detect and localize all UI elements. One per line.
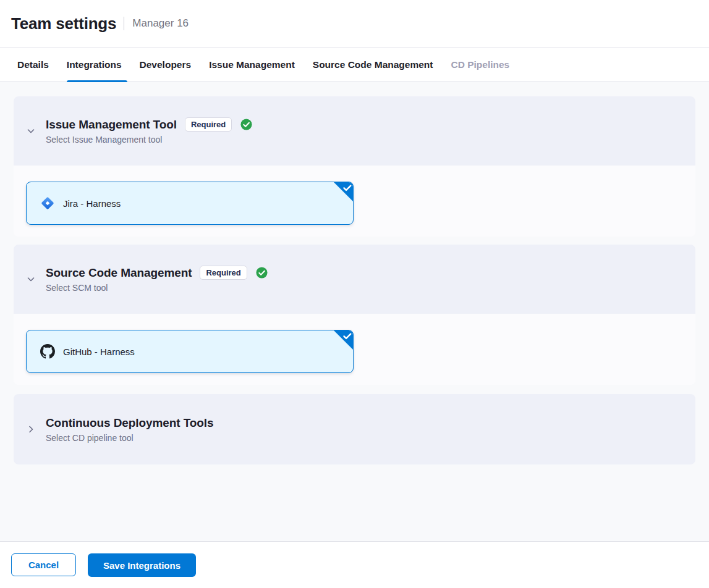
issue-management-section: Issue Management Tool Required Select Is…: [14, 96, 695, 237]
cd-tools-section-header[interactable]: Continuous Deployment Tools Select CD pi…: [14, 394, 695, 464]
github-icon: [40, 344, 55, 359]
save-integrations-button[interactable]: Save Integrations: [88, 553, 196, 577]
integrations-panel: Issue Management Tool Required Select Is…: [0, 82, 709, 541]
section-subtitle: Select SCM tool: [46, 283, 268, 293]
cancel-button[interactable]: Cancel: [11, 553, 76, 576]
required-badge: Required: [200, 266, 247, 280]
source-code-management-section-header[interactable]: Source Code Management Required Select S…: [14, 245, 695, 314]
team-settings-page: Team settings Manager 16 Details Integra…: [0, 0, 709, 588]
chevron-right-icon[interactable]: [26, 424, 36, 434]
required-badge: Required: [185, 117, 232, 132]
jira-tool-card[interactable]: Jira - Harness: [26, 182, 354, 225]
selected-check-icon: [333, 182, 354, 202]
section-complete-check-icon: [240, 119, 252, 130]
issue-management-section-header[interactable]: Issue Management Tool Required Select Is…: [14, 96, 695, 166]
github-tool-card[interactable]: GitHub - Harness: [26, 330, 354, 373]
cd-tools-section: Continuous Deployment Tools Select CD pi…: [14, 394, 695, 464]
source-code-management-section: Source Code Management Required Select S…: [14, 245, 695, 385]
section-heading: Continuous Deployment Tools Select CD pi…: [46, 416, 213, 443]
section-title: Issue Management Tool: [46, 118, 177, 132]
footer-bar: Cancel Save Integrations: [0, 541, 709, 588]
section-heading: Issue Management Tool Required Select Is…: [46, 117, 252, 145]
tab-integrations[interactable]: Integrations: [67, 48, 122, 82]
tab-issue-management[interactable]: Issue Management: [209, 48, 295, 82]
jira-icon: [40, 196, 55, 211]
selected-check-icon: [333, 330, 354, 350]
tab-details[interactable]: Details: [17, 48, 49, 82]
section-subtitle: Select Issue Management tool: [46, 135, 252, 145]
tab-bar: Details Integrations Developers Issue Ma…: [0, 48, 709, 82]
issue-management-options: Jira - Harness: [14, 166, 695, 237]
tab-source-code-management[interactable]: Source Code Management: [313, 48, 433, 82]
title-divider: [124, 17, 124, 30]
section-subtitle: Select CD pipeline tool: [46, 433, 213, 443]
chevron-down-icon[interactable]: [26, 274, 36, 284]
section-heading: Source Code Management Required Select S…: [46, 266, 268, 293]
scm-options: GitHub - Harness: [14, 314, 695, 385]
section-title: Continuous Deployment Tools: [46, 416, 213, 430]
section-title: Source Code Management: [46, 266, 192, 280]
tool-card-label: Jira - Harness: [63, 198, 121, 209]
page-header: Team settings Manager 16: [0, 0, 709, 48]
page-title: Team settings: [11, 14, 116, 33]
tab-cd-pipelines: CD Pipelines: [451, 48, 509, 82]
team-name: Manager 16: [132, 17, 189, 30]
section-complete-check-icon: [256, 267, 268, 279]
chevron-down-icon[interactable]: [26, 126, 36, 136]
tool-card-label: GitHub - Harness: [63, 346, 135, 357]
tab-developers[interactable]: Developers: [140, 48, 192, 82]
